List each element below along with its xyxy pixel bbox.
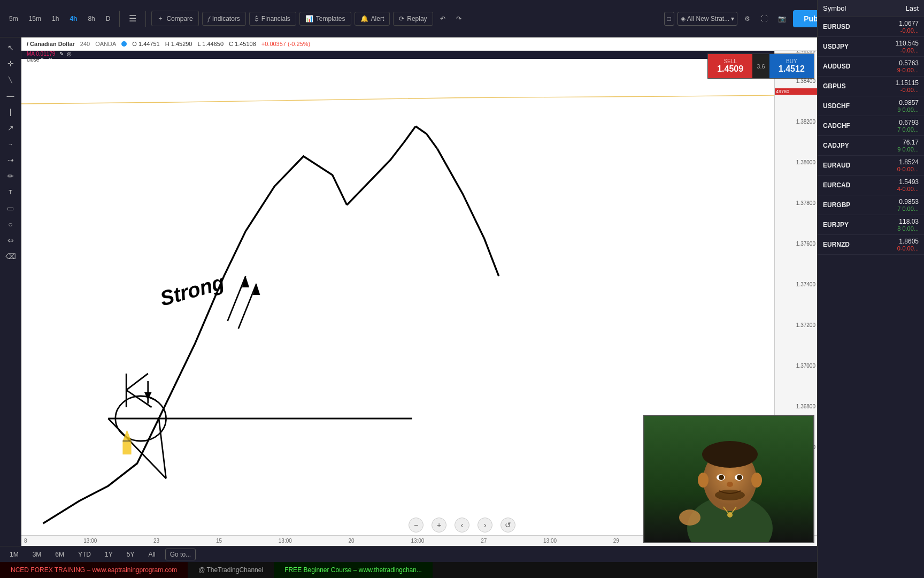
financials-icon: ₿ <box>255 15 259 22</box>
chart-high: H 1.45290 <box>165 41 192 47</box>
last-col-header: Last <box>905 4 919 12</box>
svg-line-12 <box>238 284 257 329</box>
period-3m[interactable]: 3M <box>28 549 46 560</box>
period-5y[interactable]: 5Y <box>122 549 139 560</box>
tf-8h[interactable]: 8h <box>84 13 98 25</box>
scroll-back-button[interactable]: ‹ <box>455 518 469 533</box>
period-6m[interactable]: 6M <box>51 549 68 560</box>
financials-button[interactable]: ₿ Financials <box>249 12 296 26</box>
chart-type-btn[interactable]: ☰ <box>125 11 140 26</box>
zoom-out-button[interactable]: − <box>409 518 424 533</box>
compare-button[interactable]: ＋ Compare <box>151 11 198 26</box>
watchlist-item-cadjpy[interactable]: CADJPY 76.17 9 0.00... <box>818 136 924 156</box>
trade-panel: SELL 1.4509 3.6 BUY 1.4512 <box>707 54 814 79</box>
svg-text:Strong: Strong <box>158 270 227 310</box>
price-level-2: 1.38400 <box>796 78 815 84</box>
tf-1h[interactable]: 1h <box>48 13 63 25</box>
replay-icon: ⟳ <box>399 15 404 22</box>
ma-edit-icon[interactable]: ✎ <box>59 51 64 57</box>
tf-d[interactable]: D <box>102 13 114 25</box>
settings-button[interactable]: ⚙ <box>741 13 754 25</box>
chart-change: +0.00357 (-0.25%) <box>261 41 310 47</box>
watchlist-item-usdjpy[interactable]: USDJPY 110.545 -0.00... <box>818 37 924 57</box>
measure-tool[interactable]: ⇔ <box>2 233 19 248</box>
tf-15m[interactable]: 15m <box>25 13 45 25</box>
undo-button[interactable]: ↶ <box>436 13 449 25</box>
line-tool[interactable]: ╲ <box>2 72 19 87</box>
trend-tool[interactable]: ↗ <box>2 120 19 135</box>
chart-close: C 1.45108 <box>229 41 256 47</box>
templates-icon: 📊 <box>305 15 313 22</box>
period-1y[interactable]: 1Y <box>101 549 117 560</box>
redo-button[interactable]: ↷ <box>452 13 465 25</box>
svg-point-21 <box>702 441 758 468</box>
brush-tool[interactable]: ✏ <box>2 169 19 184</box>
buy-price: 1.4512 <box>774 64 810 74</box>
fullscreen-button[interactable]: ⛶ <box>757 13 771 25</box>
price-level-7: 1.37400 <box>796 282 815 287</box>
watchlist-panel: Symbol Last EURUSD 1.0677 -0.00... USDJP… <box>817 0 924 578</box>
crosshair-tool[interactable]: ✛ <box>2 56 19 71</box>
tf-4h[interactable]: 4h <box>66 13 81 25</box>
replay-button[interactable]: ⟳ Replay <box>393 12 433 26</box>
reset-chart-button[interactable]: ↺ <box>500 518 515 533</box>
watchlist-item-eurnzd[interactable]: EURNZD 1.8605 0-0.00... <box>818 235 924 255</box>
period-1m[interactable]: 1M <box>5 549 23 560</box>
sell-panel[interactable]: SELL 1.4509 <box>708 54 752 78</box>
indicators-button[interactable]: 𝑓 Indicators <box>202 12 246 26</box>
alert-button[interactable]: 🔔 Alert <box>355 12 390 26</box>
tf-5m[interactable]: 5m <box>5 13 22 25</box>
rect-tool[interactable]: ▭ <box>2 201 19 216</box>
time-label-9: 13:00 <box>543 538 557 544</box>
symbol-col-header: Symbol <box>823 4 846 12</box>
all-new-strat-btn[interactable]: ◈ All New Strat... ▾ <box>677 12 737 26</box>
close-label: close <box>27 57 41 63</box>
chart-broker: OANDA <box>95 41 116 47</box>
screenshot-button[interactable]: 📷 <box>774 13 790 25</box>
fullscreen-left-btn[interactable]: □ <box>664 12 674 26</box>
watchlist-item-usdchf[interactable]: USDCHF 0.9857 9 0.00... <box>818 96 924 116</box>
scroll-forward-button[interactable]: › <box>478 518 492 533</box>
watchlist-item-cadchf[interactable]: CADCHF 0.6793 7 0.00... <box>818 116 924 136</box>
watchlist-item-gbpusd[interactable]: GBPUS 1.15115 -0.00... <box>818 77 924 96</box>
time-label-7: 13:00 <box>411 538 424 544</box>
close-edit-icon[interactable]: ✎ <box>41 57 45 63</box>
goto-button[interactable]: Go to... <box>165 549 196 560</box>
chart-low: L 1.44650 <box>197 41 224 47</box>
vline-tool[interactable]: | <box>2 104 19 119</box>
text-tool[interactable]: T <box>2 185 19 200</box>
chart-controls: − + ‹ › ↺ <box>409 518 515 533</box>
watchlist-item-eurjpy[interactable]: EURJPY 118.03 8 0.00... <box>818 215 924 235</box>
svg-line-10 <box>228 276 246 321</box>
chart-info-bar: / Canadian Dollar 240 OANDA O 1.44751 H … <box>21 37 817 51</box>
cursor-tool[interactable]: ↖ <box>2 40 19 55</box>
watchlist-item-eurcad[interactable]: EURCAD 1.5493 4-0.00... <box>818 176 924 195</box>
ray-tool[interactable]: → <box>2 136 19 151</box>
price-level-5: 1.37800 <box>796 200 815 206</box>
arrow-tool[interactable]: ⇢ <box>2 153 19 168</box>
time-label-4: 15 <box>216 538 222 544</box>
price-level-6: 1.37600 <box>796 241 815 247</box>
time-label-2: 13:00 <box>83 538 97 544</box>
bottom-nav: 1M 3M 6M YTD 1Y 5Y All Go to... 14:51:58… <box>0 546 924 562</box>
templates-button[interactable]: 📊 Templates <box>299 12 351 26</box>
hline-tool[interactable]: — <box>2 88 19 103</box>
buy-panel[interactable]: BUY 1.4512 <box>769 54 814 78</box>
zoom-in-button[interactable]: + <box>432 518 446 533</box>
period-ytd[interactable]: YTD <box>74 549 95 560</box>
chart-indicator-dot <box>121 41 127 47</box>
time-label-10: 29 <box>613 538 619 544</box>
watchlist-item-eurusd[interactable]: EURUSD 1.0677 -0.00... <box>818 17 924 37</box>
watchlist-item-eurgbp[interactable]: EURGBP 0.9853 7 0.00... <box>818 195 924 215</box>
svg-point-29 <box>715 490 745 500</box>
time-label-5: 13:00 <box>279 538 292 544</box>
ma-visibility-icon[interactable]: ◎ <box>67 51 72 57</box>
circle-tool[interactable]: ○ <box>2 217 19 232</box>
eraser-tool[interactable]: ⌫ <box>2 249 19 264</box>
spread-value: 3.6 <box>752 54 769 78</box>
watchlist-item-audusd[interactable]: AUDUSD 0.5763 9-0.00... <box>818 57 924 77</box>
close-visibility-icon[interactable]: ◎ <box>48 57 53 63</box>
period-all[interactable]: All <box>144 549 159 560</box>
watchlist-item-euraud[interactable]: EURAUD 1.8524 0-0.00... <box>818 156 924 176</box>
svg-point-31 <box>679 509 700 526</box>
